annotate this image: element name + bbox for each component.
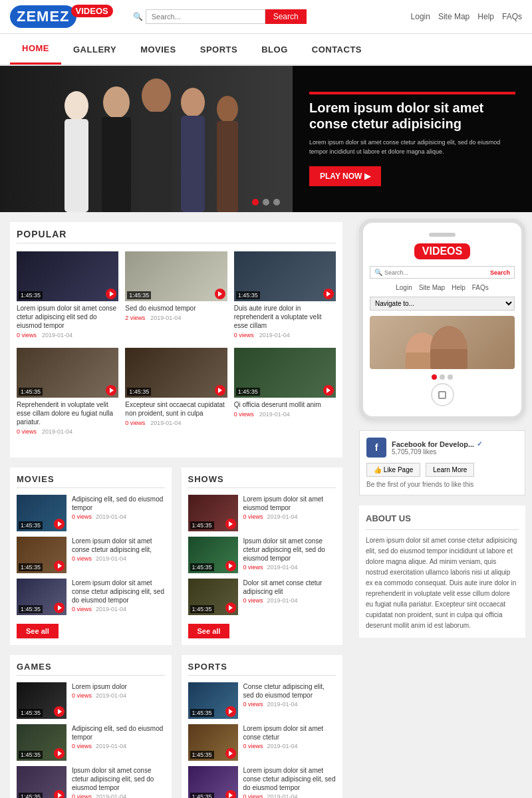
list-thumb[interactable]: 1:45:35 (188, 682, 238, 719)
mobile-faqs[interactable]: FAQs (472, 284, 489, 291)
video-views: 0 views (17, 428, 37, 435)
search-icon: 🔍 (133, 12, 143, 21)
fb-learn-button[interactable]: Learn More (426, 463, 474, 477)
play-overlay[interactable] (106, 385, 116, 396)
list-thumb[interactable]: 1:45:35 (17, 495, 66, 531)
list-thumb[interactable]: 1:45:35 (17, 682, 66, 719)
video-title: Duis aute irure dolor in reprehenderit a… (234, 304, 336, 330)
movies-see-all[interactable]: See all (17, 624, 59, 638)
list-meta: 0 views 2019-01-04 (243, 597, 336, 604)
list-date: 2019-01-04 (96, 513, 126, 520)
play-overlay[interactable] (225, 519, 236, 529)
mobile-sitemap[interactable]: Site Map (419, 284, 445, 291)
video-thumb[interactable]: 1:45:35 (17, 348, 118, 398)
svg-point-2 (103, 86, 130, 118)
play-overlay[interactable] (215, 385, 225, 396)
video-duration: 1:45:35 (19, 521, 43, 529)
nav-movies[interactable]: MOVIES (128, 35, 188, 64)
list-thumb[interactable]: 1:45:35 (17, 579, 66, 615)
popular-label: POPULAR (17, 229, 66, 239)
about-box: ABOUT US Lorem ipsum dolor sit amet cons… (359, 505, 525, 638)
play-overlay[interactable] (323, 385, 334, 396)
play-overlay[interactable] (225, 561, 236, 571)
nav-contacts[interactable]: CONTACTS (300, 35, 374, 64)
shows-see-all[interactable]: See all (188, 624, 230, 638)
mobile-search-input[interactable] (384, 269, 490, 276)
dot-1[interactable] (252, 199, 259, 205)
nav-home[interactable]: HOME (10, 34, 61, 65)
mobile-nav-select[interactable]: Navigate to... (370, 297, 515, 311)
play-overlay[interactable] (225, 602, 236, 613)
video-thumb[interactable]: 1:45:35 (125, 251, 227, 301)
logo[interactable]: ZEMEZ VIDEOS (10, 5, 113, 28)
dot-2[interactable] (263, 199, 269, 205)
play-overlay[interactable] (106, 289, 116, 299)
play-overlay[interactable] (215, 289, 225, 299)
video-thumb[interactable]: 1:45:35 (234, 348, 336, 398)
play-overlay[interactable] (54, 748, 65, 759)
list-title: Lorem ipsum dolor sit amet conse ctetur … (243, 766, 336, 792)
list-thumb[interactable]: 1:45:35 (188, 579, 238, 615)
play-overlay[interactable] (54, 561, 65, 571)
list-thumb[interactable]: 1:45:35 (188, 724, 238, 761)
movies-title: MOVIES (17, 474, 165, 488)
list-thumb[interactable]: 1:45:35 (188, 766, 238, 798)
play-overlay[interactable] (323, 289, 334, 299)
mobile-notch (429, 233, 456, 237)
sports-title: SPORTS (188, 662, 336, 676)
list-meta: 0 views 2019-01-04 (72, 793, 165, 798)
list-date: 2019-01-04 (267, 597, 298, 604)
fb-like-button[interactable]: 👍 Like Page (366, 463, 420, 477)
mobile-search-btn[interactable]: Search (490, 269, 510, 276)
list-info: Lorem ipsum dolor sit amet conse ctetur … (243, 766, 336, 798)
list-title: Adipiscing elit, sed do eiusmod tempor (72, 724, 165, 741)
video-duration: 1:45:35 (190, 521, 214, 529)
hero-dots (252, 199, 280, 205)
mobile-preview-image (370, 316, 515, 369)
list-meta: 0 views 2019-01-04 (72, 606, 165, 612)
nav-faqs[interactable]: FAQs (502, 12, 522, 21)
nav-help[interactable]: Help (477, 12, 494, 21)
mobile-help[interactable]: Help (452, 284, 466, 291)
list-thumb[interactable]: 1:45:35 (17, 724, 66, 761)
nav-sports[interactable]: SPORTS (188, 35, 249, 64)
play-overlay[interactable] (54, 519, 65, 529)
mobile-dot-3[interactable] (448, 374, 453, 380)
nav-blog[interactable]: BLOG (249, 35, 300, 64)
list-thumb[interactable]: 1:45:35 (17, 766, 66, 798)
play-overlay[interactable] (225, 790, 236, 798)
list-info: Conse ctetur adipiscing elit, sed do eiu… (243, 682, 336, 708)
video-duration: 1:45:35 (19, 563, 43, 571)
nav-sitemap[interactable]: Site Map (438, 12, 469, 21)
play-overlay[interactable] (225, 706, 236, 717)
list-thumb[interactable]: 1:45:35 (188, 537, 238, 573)
search-button[interactable]: Search (265, 9, 307, 24)
video-date: 2019-01-04 (42, 428, 72, 435)
sports-block: SPORTS 1:45:35 Conse ctetur adipiscing e… (182, 655, 343, 798)
nav-gallery[interactable]: GALLERY (61, 35, 128, 64)
play-overlay[interactable] (54, 602, 65, 613)
list-item: 1:45:35 Lorem ipsum dolor 0 views 2019-0… (17, 682, 165, 719)
mobile-dot-1[interactable] (432, 374, 437, 380)
list-thumb[interactable]: 1:45:35 (17, 537, 66, 573)
play-overlay[interactable] (54, 790, 65, 798)
mobile-login[interactable]: Login (396, 284, 412, 291)
video-thumb[interactable]: 1:45:35 (17, 251, 118, 301)
video-duration: 1:45:35 (236, 291, 260, 299)
video-views: 0 views (17, 332, 37, 338)
play-button[interactable]: PLAY NOW ▶ (309, 166, 381, 186)
video-thumb[interactable]: 1:45:35 (125, 348, 227, 398)
video-meta: 0 views 2019-01-04 (17, 332, 118, 338)
list-thumb[interactable]: 1:45:35 (188, 495, 238, 531)
nav-login[interactable]: Login (411, 12, 430, 21)
video-thumb[interactable]: 1:45:35 (234, 251, 336, 301)
dot-3[interactable] (273, 199, 280, 205)
search-input[interactable] (146, 9, 265, 24)
svg-rect-7 (181, 116, 205, 212)
mobile-home-button[interactable] (431, 383, 454, 406)
play-overlay[interactable] (225, 748, 236, 759)
fb-likes-count: 5,705,709 likes (392, 448, 518, 456)
top-links: Login Site Map Help FAQs (411, 12, 522, 21)
mobile-dot-2[interactable] (440, 374, 445, 380)
play-overlay[interactable] (54, 706, 65, 717)
